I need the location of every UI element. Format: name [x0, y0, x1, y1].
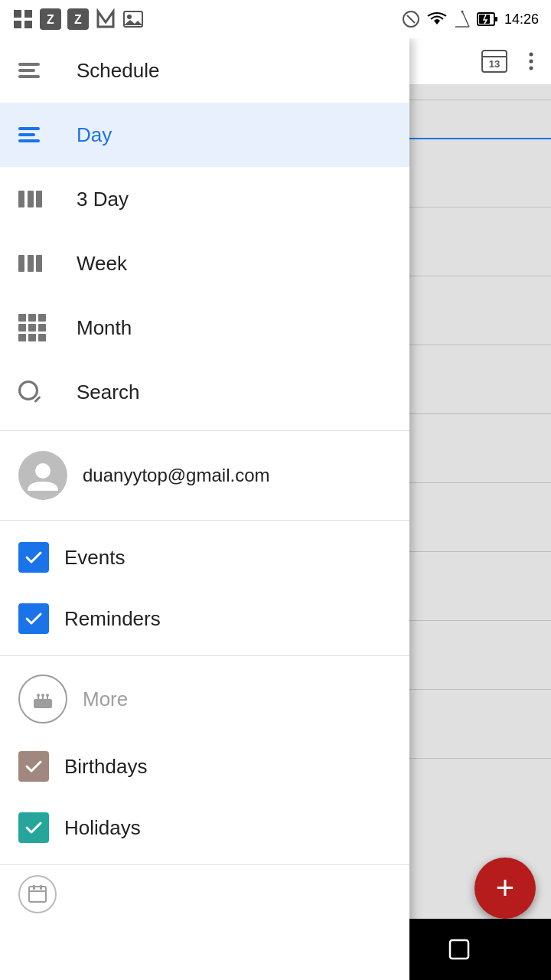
reminders-label: Reminders	[64, 607, 161, 631]
account-section[interactable]: duanyytop@gmail.com	[0, 437, 409, 514]
nav-item-day[interactable]: Day	[0, 103, 409, 167]
svg-rect-1	[24, 10, 32, 18]
calendar-row-birthdays[interactable]: Birthdays	[0, 736, 409, 797]
nav-item-week[interactable]: Week	[0, 231, 409, 296]
svg-marker-8	[98, 11, 113, 27]
search-icon	[18, 381, 61, 403]
app-icon-z1: Z	[40, 8, 61, 30]
calendar-row-reminders[interactable]: Reminders	[0, 588, 409, 649]
svg-line-14	[462, 11, 469, 27]
app-icon-z2: Z	[67, 8, 89, 30]
week-icon	[18, 255, 61, 272]
month-label: Month	[77, 316, 132, 340]
svg-point-26	[46, 694, 49, 697]
app-icon-n	[95, 8, 116, 30]
search-label: Search	[77, 381, 139, 404]
3day-icon	[18, 191, 61, 207]
app-icon-1	[12, 8, 34, 30]
status-bar-right: 14:26	[402, 10, 539, 28]
more-label: More	[83, 688, 128, 711]
svg-rect-20	[34, 699, 52, 708]
svg-rect-0	[14, 10, 21, 18]
calendar-background: 13 +	[409, 38, 551, 980]
svg-rect-3	[24, 21, 32, 28]
svg-point-19	[35, 463, 51, 479]
account-email: duanyytop@gmail.com	[83, 465, 269, 486]
calendar-lines	[409, 38, 551, 980]
calendar-row-events[interactable]: Events	[0, 527, 409, 588]
schedule-icon	[18, 63, 61, 78]
day-label: Day	[77, 123, 112, 147]
nav-item-schedule[interactable]: Schedule	[0, 38, 409, 103]
fab-add-event[interactable]: +	[474, 858, 536, 919]
divider-3	[0, 655, 409, 656]
svg-point-25	[41, 694, 44, 697]
nav-item-search[interactable]: Search	[0, 360, 409, 424]
divider-4	[0, 864, 409, 865]
3day-label: 3 Day	[77, 188, 129, 211]
fab-plus-icon: +	[496, 872, 515, 904]
recents-button[interactable]	[436, 926, 482, 972]
svg-text:Z: Z	[47, 13, 54, 26]
svg-rect-39	[450, 940, 468, 959]
svg-rect-27	[29, 887, 46, 902]
birthdays-checkbox[interactable]	[18, 751, 49, 782]
mute-icon	[402, 10, 420, 28]
svg-point-10	[127, 15, 132, 19]
divider-2	[0, 520, 409, 521]
more-row[interactable]: More	[0, 662, 409, 736]
reminders-checkbox[interactable]	[18, 603, 49, 634]
signal-icon	[454, 10, 471, 28]
svg-rect-29	[33, 885, 35, 890]
holidays-label: Holidays	[64, 816, 141, 840]
holidays-checkbox[interactable]	[18, 812, 49, 843]
svg-rect-30	[40, 885, 42, 890]
clock: 14:26	[504, 11, 539, 28]
calendar-row-holidays[interactable]: Holidays	[0, 797, 409, 858]
month-icon	[18, 314, 61, 341]
battery-icon	[477, 10, 498, 28]
schedule-label: Schedule	[77, 59, 159, 83]
svg-text:Z: Z	[74, 13, 82, 26]
svg-line-12	[407, 15, 415, 23]
day-icon	[18, 127, 61, 142]
svg-rect-17	[494, 17, 497, 21]
more-calendars-hint	[0, 871, 409, 917]
main-container: Schedule Day 3 Day	[0, 38, 551, 980]
status-bar-left: Z Z	[12, 8, 144, 30]
week-label: Week	[77, 252, 127, 276]
divider-1	[0, 430, 409, 431]
app-icon-img	[122, 8, 144, 30]
nav-item-month[interactable]: Month	[0, 296, 409, 360]
wifi-icon	[426, 11, 448, 28]
svg-rect-2	[14, 21, 21, 28]
nav-item-3day[interactable]: 3 Day	[0, 167, 409, 231]
svg-point-24	[37, 694, 40, 697]
events-label: Events	[64, 546, 126, 570]
status-bar: Z Z	[0, 0, 551, 38]
navigation-drawer: Schedule Day 3 Day	[0, 38, 409, 980]
more-icon	[18, 675, 67, 724]
avatar	[18, 451, 67, 500]
birthdays-label: Birthdays	[64, 755, 147, 779]
events-checkbox[interactable]	[18, 542, 49, 573]
